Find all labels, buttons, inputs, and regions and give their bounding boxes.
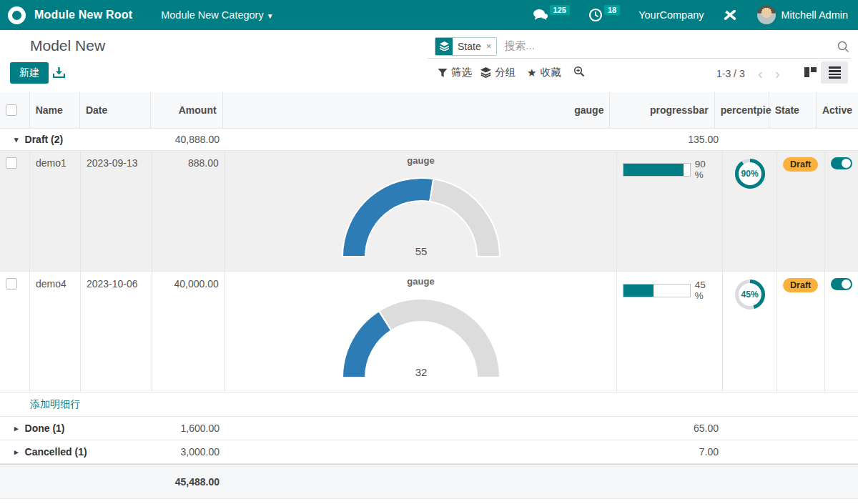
star-icon: ★ <box>527 66 536 79</box>
cell-gauge-chart: gauge 32 <box>225 272 617 392</box>
group-by-facet-icon <box>435 38 453 55</box>
progressbar-label: 45 % <box>695 280 716 301</box>
progressbar-track <box>623 163 691 177</box>
active-toggle[interactable] <box>831 157 852 169</box>
pager-counter: 1-3 / 3 <box>716 68 745 79</box>
group-progressbar-total: 7.00 <box>618 446 724 458</box>
group-row-cancelled[interactable]: ▸Cancelled (1) 3,000.00 7.00 <box>0 440 858 464</box>
user-menu[interactable]: Mitchell Admin <box>781 9 848 21</box>
gauge-value: 32 <box>415 366 427 378</box>
cell-state: Draft <box>777 272 825 392</box>
nav-menu-category[interactable]: Module New Category▼ <box>161 9 273 21</box>
user-avatar[interactable] <box>757 6 776 24</box>
pager-next-button[interactable]: › <box>775 66 780 82</box>
messages-count-badge: 125 <box>550 5 570 15</box>
expand-search-button[interactable] <box>573 66 585 77</box>
facet-label: State <box>458 41 481 52</box>
group-caret-icon: ▸ <box>14 448 19 457</box>
cell-gauge-chart: gauge 55 <box>225 151 617 271</box>
odoo-logo-icon <box>8 6 26 24</box>
facet-remove-icon[interactable]: × <box>486 41 492 51</box>
list-view-button-active[interactable] <box>821 61 848 84</box>
col-header-amount[interactable]: Amount <box>151 92 223 128</box>
gauge-semicircle-chart: 32 <box>328 287 514 386</box>
cell-date: 2023-09-13 <box>81 151 152 271</box>
progressbar-label: 90 % <box>695 159 716 180</box>
add-line-link[interactable]: 添加明细行 <box>30 398 80 411</box>
group-amount-total: 1,600.00 <box>152 423 225 434</box>
search-bar[interactable]: State × 搜索... <box>428 34 851 59</box>
zoom-in-icon <box>573 66 585 77</box>
kanban-view-button[interactable] <box>804 66 818 78</box>
gauge-title: gauge <box>407 276 434 287</box>
row-checkbox[interactable] <box>6 157 17 169</box>
active-toggle[interactable] <box>831 278 852 290</box>
row-checkbox[interactable] <box>6 278 17 290</box>
search-input[interactable]: 搜索... <box>504 39 837 53</box>
cell-active <box>825 272 858 392</box>
col-header-percentpie[interactable]: percentpie <box>715 92 769 128</box>
select-all-checkbox[interactable] <box>6 104 17 116</box>
group-progressbar-total: 135.00 <box>618 134 724 145</box>
pager-previous-button[interactable]: ‹ <box>758 66 763 82</box>
col-header-gauge[interactable]: gauge <box>223 92 611 128</box>
chat-icon <box>533 8 548 22</box>
list-view-table: Name Date Amount gauge progressbar perce… <box>0 92 858 499</box>
state-badge[interactable]: Draft <box>783 278 818 292</box>
tools-icon <box>721 7 739 23</box>
app-brand[interactable]: Module New Root <box>34 9 132 21</box>
percentpie-label: 90% <box>734 157 766 190</box>
table-row[interactable]: demo4 2023-10-06 40,000.00 gauge 32 45 % <box>0 272 858 392</box>
layers-icon <box>480 67 491 78</box>
col-header-date[interactable]: Date <box>80 92 151 128</box>
chevron-down-icon: ▼ <box>267 12 274 20</box>
group-amount-total: 3,000.00 <box>152 446 225 458</box>
debug-tools-button[interactable] <box>721 7 739 23</box>
gauge-semicircle-chart: 55 <box>328 167 514 265</box>
table-row[interactable]: demo1 2023-09-13 888.00 gauge 55 90 % <box>0 151 858 272</box>
breadcrumb-title: Model New <box>30 37 105 54</box>
company-switcher[interactable]: YourCompany <box>638 9 704 21</box>
state-badge[interactable]: Draft <box>783 157 818 172</box>
cell-percentpie: 90% <box>723 151 777 271</box>
filter-funnel-icon <box>438 68 448 78</box>
add-line-row: 添加明细行 <box>0 392 858 417</box>
group-by-button[interactable]: 分组 <box>480 66 516 79</box>
cell-name: demo1 <box>30 151 81 271</box>
cell-percentpie: 45% <box>723 272 777 392</box>
cell-progressbar: 90 % <box>617 151 723 271</box>
group-caret-icon: ▾ <box>14 135 19 144</box>
progressbar-fill <box>623 285 654 297</box>
group-row-done[interactable]: ▸Done (1) 1,600.00 65.00 <box>0 417 858 440</box>
cell-amount: 40,000.00 <box>152 272 225 392</box>
group-caret-icon: ▸ <box>14 424 19 433</box>
favorites-button[interactable]: ★ 收藏 <box>527 66 561 79</box>
search-facet-state[interactable]: State × <box>435 37 497 56</box>
table-footer-row: 45,488.00 <box>0 464 858 499</box>
footer-amount-total: 45,488.00 <box>0 476 225 488</box>
cell-amount: 888.00 <box>152 151 225 271</box>
col-header-state[interactable]: State <box>769 92 817 128</box>
group-amount-total: 40,888.00 <box>152 134 225 145</box>
top-navbar: Module New Root Module New Category▼ 125… <box>0 0 858 30</box>
table-header-row: Name Date Amount gauge progressbar perce… <box>0 92 858 129</box>
export-download-icon[interactable] <box>53 66 65 79</box>
cell-active <box>825 151 858 271</box>
messages-button[interactable]: 125 <box>533 8 570 22</box>
col-header-progressbar[interactable]: progressbar <box>610 92 714 128</box>
group-progressbar-total: 65.00 <box>618 423 724 434</box>
col-header-name[interactable]: Name <box>30 92 80 128</box>
create-button[interactable]: 新建 <box>10 62 49 84</box>
progressbar-track <box>623 284 691 297</box>
activities-button[interactable]: 18 <box>588 8 620 22</box>
cell-progressbar: 45 % <box>617 272 723 392</box>
group-row-draft[interactable]: ▾Draft (2) 40,888.00 135.00 <box>0 129 858 151</box>
percentpie-label: 45% <box>734 278 766 311</box>
search-icon[interactable] <box>837 40 849 53</box>
activities-count-badge: 18 <box>604 5 620 15</box>
gauge-value: 55 <box>415 245 427 257</box>
cell-state: Draft <box>777 151 825 271</box>
clock-icon <box>588 8 603 22</box>
col-header-active[interactable]: Active <box>817 92 858 128</box>
filters-button[interactable]: 筛选 <box>438 66 472 79</box>
